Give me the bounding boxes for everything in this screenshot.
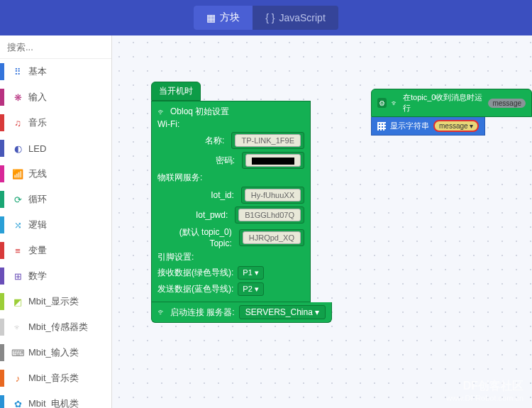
category-item-11[interactable]: ⌨Mbit_输入类 [0,340,111,365]
category-color-bar [0,63,4,80]
iot-pwd-value[interactable]: B1GGLhd07Q [238,209,301,221]
topic-receive-group[interactable]: ⚙ ᯤ 在topic_0收到消息时运行 message 显示字符串 messag… [371,89,532,136]
topic-label: (默认 topic_0) Topic: [157,226,235,248]
category-icon: ♪ [11,373,24,384]
category-item-4[interactable]: 📶无线 [0,161,111,187]
category-label: 数学 [28,270,47,282]
wifi-icon: ᯤ [391,99,399,107]
watermark-title: DF创客社区 [446,379,523,394]
on-start-block[interactable]: 当开机时 [151,82,201,101]
obloq-connect-block[interactable]: ᯤ 启动连接 服务器: SERVERS_China ▾ [151,302,332,323]
iot-id-value[interactable]: Hy-fUhuuXX [245,189,301,202]
category-label: Mbit_输入类 [28,346,79,359]
wifi-icon: ᯤ [157,307,166,317]
category-icon: ◐ [11,143,24,154]
category-label: Mbit_传感器类 [28,321,88,333]
gear-icon[interactable]: ⚙ [377,98,387,108]
category-label: Mbit_音乐类 [28,372,79,385]
category-item-8[interactable]: ⊞数学 [0,263,111,289]
show-string-block[interactable]: 显示字符串 message ▾ [371,117,485,136]
startup-block-group[interactable]: 当开机时 ᯤ Obloq 初始设置 Wi-Fi: 名称: TP-LINK_1F9… [151,82,332,323]
tab-js-label: JavaScript [279,12,325,23]
category-color-bar [0,165,4,182]
js-icon: { } [265,12,275,23]
category-color-bar [0,114,4,131]
show-string-label: 显示字符串 [390,121,429,131]
search-input[interactable] [7,42,112,53]
category-icon: ✿ [11,399,24,409]
category-color-bar [0,242,4,259]
category-color-bar [0,268,4,285]
category-color-bar [0,89,4,106]
on-topic-receive-block[interactable]: ⚙ ᯤ 在topic_0收到消息时运行 message [371,89,532,117]
wifi-name-value[interactable]: TP-LINK_1F9E [235,134,301,147]
rx-pin-dropdown[interactable]: P1 ▾ [238,266,264,280]
iot-pwd-label: Iot_pwd: [157,210,231,220]
category-color-bar [0,191,4,208]
message-param[interactable]: message [488,99,526,108]
category-item-6[interactable]: ⤭逻辑 [0,212,111,238]
category-label: 逻辑 [28,219,47,231]
category-label: 输入 [28,91,47,104]
category-sidebar: ⌕ ⠿基本❋输入♫音乐◐LED📶无线⟳循环⤭逻辑≡变量⊞数学◩Mbit_显示类ᯤ… [0,35,112,408]
rx-label: 接收数据(绿色导线): [157,267,233,279]
obloq-init-title: Obloq 初始设置 [170,106,229,118]
topic-value[interactable]: HJRQpd_XQ [243,231,301,244]
category-item-2[interactable]: ♫音乐 [0,110,111,136]
category-color-bar [0,344,4,361]
category-color-bar [0,370,4,387]
category-icon: ᯤ [11,322,24,333]
category-label: 变量 [28,244,47,257]
obloq-init-block[interactable]: ᯤ Obloq 初始设置 Wi-Fi: 名称: TP-LINK_1F9E 密码:… [151,101,311,302]
wifi-name-label: 名称: [157,135,227,147]
category-icon: ⟳ [11,194,24,205]
pin-section-label: 引脚设置: [157,250,304,265]
wifi-pwd-value[interactable] [245,154,301,167]
top-bar: ▦ 方块 { } JavaScript [0,0,532,35]
category-item-10[interactable]: ᯤMbit_传感器类 [0,314,111,340]
category-icon: ⠿ [11,67,24,77]
category-icon: ♫ [11,118,24,128]
category-label: 基本 [28,65,47,78]
blocks-icon: ▦ [206,12,216,23]
wifi-pwd-label: 密码: [157,155,238,167]
tx-pin-dropdown[interactable]: P2 ▾ [238,282,264,296]
category-icon: ≡ [11,246,24,256]
category-item-7[interactable]: ≡变量 [0,238,111,263]
blocks-workspace[interactable]: 当开机时 ᯤ Obloq 初始设置 Wi-Fi: 名称: TP-LINK_1F9… [112,35,532,408]
category-color-bar [0,216,4,233]
server-dropdown[interactable]: SERVERS_China ▾ [239,305,326,319]
category-color-bar [0,319,4,336]
category-icon: ⤭ [11,220,24,231]
category-color-bar [0,140,4,157]
category-item-12[interactable]: ♪Mbit_音乐类 [0,365,111,391]
category-item-0[interactable]: ⠿基本 [0,59,111,84]
tab-javascript[interactable]: { } JavaScript [253,6,338,30]
category-color-bar [0,293,4,310]
category-label: 音乐 [28,116,47,129]
connect-label: 启动连接 服务器: [170,307,235,319]
category-label: Mbit_显示类 [28,295,79,308]
category-color-bar [0,395,4,408]
category-item-13[interactable]: ✿Mbit_电机类 [0,391,111,408]
tab-blocks[interactable]: ▦ 方块 [194,6,253,30]
category-item-5[interactable]: ⟳循环 [0,187,111,212]
mode-tabs: ▦ 方块 { } JavaScript [194,6,338,30]
message-var-dropdown[interactable]: message ▾ [433,120,479,132]
category-label: 循环 [28,193,47,206]
tx-label: 发送数据(蓝色导线): [157,283,233,295]
topic-receive-label: 在topic_0收到消息时运行 [403,92,484,114]
category-icon: ⌨ [11,348,24,358]
category-label: 无线 [28,167,47,180]
category-item-3[interactable]: ◐LED [0,136,111,161]
tab-blocks-label: 方块 [220,11,240,24]
category-icon: ❋ [11,92,24,103]
category-icon: 📶 [11,169,24,180]
wifi-section-label: Wi-Fi: [157,118,304,131]
wifi-icon: ᯤ [157,107,166,117]
category-icon: ⊞ [11,271,24,282]
iot-section-label: 物联网服务: [157,170,304,185]
category-item-1[interactable]: ❋输入 [0,84,111,110]
category-label: Mbit_电机类 [28,397,79,408]
category-item-9[interactable]: ◩Mbit_显示类 [0,289,111,314]
